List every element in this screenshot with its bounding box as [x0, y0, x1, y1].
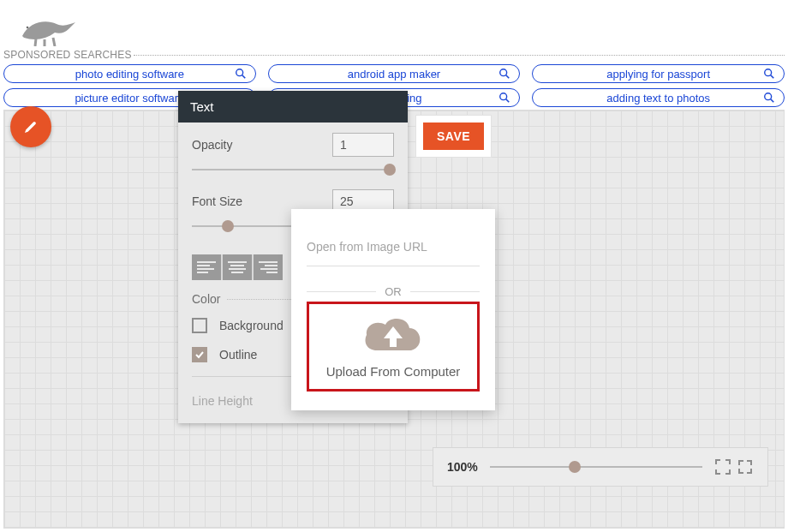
opacity-slider[interactable]	[192, 164, 394, 176]
check-icon	[194, 350, 205, 360]
app-logo	[19, 15, 79, 46]
search-icon	[498, 68, 510, 80]
divider-dots	[134, 55, 785, 56]
sponsored-searches-label: SPONSORED SEARCHES	[3, 49, 134, 61]
upload-caption: Upload From Computer	[319, 364, 467, 379]
align-right-button[interactable]	[254, 254, 283, 280]
or-divider: OR	[307, 285, 480, 298]
sponsored-pill[interactable]: photo editing software	[3, 64, 256, 83]
sponsored-pill-label: android app maker	[348, 68, 440, 81]
svg-line-2	[242, 75, 245, 79]
svg-point-5	[765, 69, 772, 76]
fit-to-screen-icon[interactable]	[714, 458, 731, 475]
svg-point-1	[236, 69, 242, 76]
background-checkbox[interactable]	[192, 318, 207, 333]
svg-line-6	[771, 75, 774, 79]
sponsored-pill-label: photo editing software	[75, 68, 184, 81]
svg-line-4	[506, 75, 510, 79]
search-icon	[763, 68, 775, 80]
sponsored-pill[interactable]: adding text to photos	[532, 88, 785, 107]
sponsored-searches-header: SPONSORED SEARCHES	[3, 49, 785, 61]
outline-checkbox[interactable]	[192, 347, 207, 362]
sponsored-pill-label: applying for passport	[606, 68, 710, 81]
search-icon	[763, 92, 775, 104]
sponsored-pill-label: adding text to photos	[606, 92, 710, 105]
text-align-group	[192, 254, 283, 280]
svg-line-12	[771, 99, 774, 103]
edit-fab-button[interactable]	[10, 106, 51, 147]
save-button-container: SAVE	[415, 115, 492, 158]
search-icon	[498, 92, 510, 104]
align-left-button[interactable]	[192, 254, 221, 280]
svg-point-0	[27, 27, 29, 29]
fontsize-label: Font Size	[192, 194, 242, 208]
sponsored-pill-label: picture editor software	[75, 92, 184, 105]
sponsored-pill[interactable]: applying for passport	[532, 64, 785, 83]
fullscreen-icon[interactable]	[737, 458, 754, 475]
zoom-percentage: 100%	[447, 460, 478, 474]
align-center-button[interactable]	[223, 254, 252, 280]
outline-checkbox-label: Outline	[219, 348, 257, 362]
cloud-upload-icon	[360, 313, 427, 357]
open-from-url-input[interactable]: Open from Image URL	[307, 240, 480, 266]
save-button[interactable]: SAVE	[423, 123, 484, 150]
upload-dialog: Open from Image URL OR Upload From Compu…	[291, 209, 495, 410]
svg-point-3	[500, 69, 507, 76]
panel-title: Text	[178, 91, 408, 123]
search-icon	[235, 68, 247, 80]
svg-line-10	[506, 99, 510, 103]
opacity-label: Opacity	[192, 138, 232, 152]
lineheight-label: Line Height	[192, 394, 253, 408]
sponsored-pill[interactable]: android app maker	[268, 64, 521, 83]
svg-point-11	[765, 93, 772, 100]
opacity-input[interactable]	[332, 133, 394, 157]
upload-from-computer-button[interactable]: Upload From Computer	[307, 302, 480, 392]
svg-point-9	[500, 93, 507, 100]
pencil-icon	[23, 119, 39, 134]
color-section-label: Color	[192, 292, 220, 306]
zoom-slider[interactable]	[490, 466, 702, 468]
or-label: OR	[385, 285, 402, 298]
background-checkbox-label: Background	[219, 319, 284, 332]
zoom-toolbar: 100%	[433, 447, 768, 487]
